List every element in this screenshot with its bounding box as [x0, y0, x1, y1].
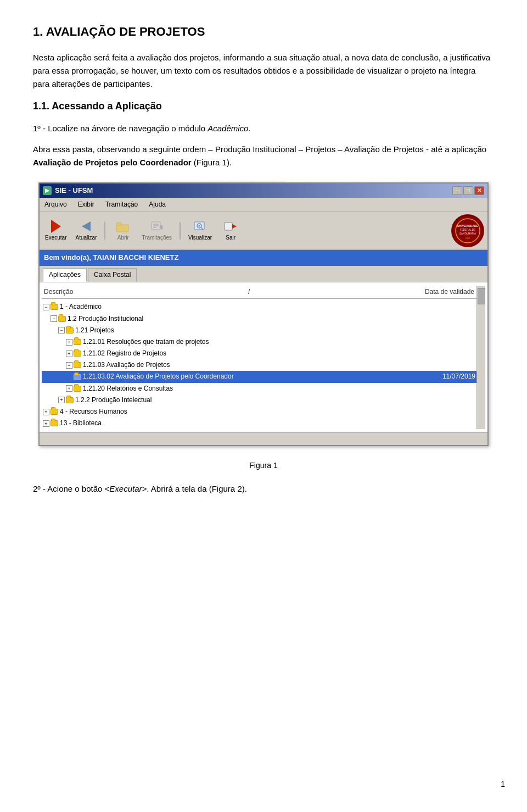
visualizar-label: Visualizar: [188, 233, 212, 242]
tree-item-rh[interactable]: + 4 - Recursos Humanos: [42, 406, 476, 418]
title-bar-left: ▶ SIE - UFSM: [43, 185, 93, 197]
tree-item-biblioteca[interactable]: + 13 - Biblioteca: [42, 418, 476, 429]
sair-icon: [222, 220, 239, 233]
page-number: 1: [501, 778, 505, 790]
abrir-button[interactable]: Abrir: [111, 219, 135, 243]
expand-producao[interactable]: −: [51, 315, 57, 322]
university-logo: UNIVERSIDADE FEDERAL DE SANTA MARIA 1960: [451, 214, 484, 247]
tabs-bar: Aplicações Caixa Postal: [40, 266, 487, 282]
folder-resolucoes: [74, 339, 81, 345]
toolbar: Executar Atualizar Abrir: [40, 212, 487, 250]
folder-projetos: [66, 327, 74, 333]
tree-item-registro[interactable]: + 1.21.02 Registro de Projetos: [42, 348, 476, 359]
tree-item-producao-institucional[interactable]: − 1.2 Produção Institucional: [42, 313, 476, 325]
menu-exibir[interactable]: Exibir: [76, 199, 96, 210]
expand-biblioteca[interactable]: +: [43, 420, 49, 427]
step1-paragraph: 1º - Localize na árvore de navegação o m…: [33, 122, 494, 135]
label-coordenador: 1.21.03.02 Avaliação de Projetos pelo Co…: [83, 371, 431, 382]
tree-area: Descrição / Data de validade − 1 - Acadê…: [40, 282, 487, 432]
tree-item-relatorios[interactable]: + 1.21.20 Relatórios e Consultas: [42, 383, 476, 394]
title-bar-controls[interactable]: — □ ✕: [452, 186, 484, 195]
tab-aplicacoes[interactable]: Aplicações: [43, 268, 87, 282]
maximize-button[interactable]: □: [463, 186, 473, 195]
step3-italic: <Executar>: [105, 484, 147, 493]
minimize-button[interactable]: —: [452, 186, 462, 195]
folder-rh: [51, 409, 58, 415]
svg-point-9: [198, 225, 200, 226]
date-coordenador: 11/07/2019: [431, 371, 475, 382]
folder-academico: [51, 304, 58, 310]
expand-resolucoes[interactable]: +: [66, 339, 72, 346]
step3-paragraph: 2º - Acione o botão <Executar>. Abrirá a…: [33, 482, 494, 496]
tab-caixa-postal[interactable]: Caixa Postal: [88, 268, 137, 282]
svg-text:FEDERAL DE: FEDERAL DE: [460, 229, 475, 231]
visualizar-button[interactable]: Visualizar: [186, 219, 214, 243]
scrollbar[interactable]: [476, 286, 485, 429]
welcome-bar: Bem vindo(a), TAIANI BACCHI KIENETZ: [40, 250, 487, 266]
menu-arquivo[interactable]: Arquivo: [43, 199, 69, 210]
executar-label: Executar: [45, 233, 66, 242]
menu-ajuda[interactable]: Ajuda: [147, 199, 167, 210]
tree-item-projetos[interactable]: − 1.21 Projetos: [42, 325, 476, 336]
expand-projetos[interactable]: −: [58, 327, 65, 333]
status-bar: [40, 432, 487, 445]
expand-registro[interactable]: +: [66, 351, 72, 357]
expand-rh[interactable]: +: [43, 409, 49, 415]
tree-item-academico[interactable]: − 1 - Acadêmico: [42, 301, 476, 313]
atualizar-button[interactable]: Atualizar: [73, 219, 99, 243]
expand-relatorios[interactable]: +: [66, 385, 72, 392]
executar-icon: [48, 220, 64, 233]
visualizar-icon: [192, 220, 209, 233]
figure-caption: Figura 1: [33, 459, 494, 471]
step2-pre: Abra essa pasta, observando a seguinte o…: [33, 144, 486, 154]
tramitacoes-label: Tramitações: [142, 233, 172, 242]
app-icon: ▶: [43, 186, 52, 195]
sair-button[interactable]: Sair: [218, 219, 243, 243]
expand-intelectual[interactable]: +: [58, 397, 65, 403]
tramitacoes-button[interactable]: Tramitações: [139, 219, 174, 243]
welcome-text: Bem vindo(a), TAIANI BACCHI KIENETZ: [44, 253, 178, 262]
expand-avaliacao[interactable]: −: [66, 362, 72, 369]
step1-end: .: [248, 124, 250, 133]
page-title: 1. AVALIAÇÃO DE PROJETOS: [33, 22, 494, 41]
label-projetos: 1.21 Projetos: [75, 325, 475, 336]
menu-tramitacao[interactable]: Tramitação: [104, 199, 140, 210]
close-button[interactable]: ✕: [474, 186, 484, 195]
toolbar-separator-1: [104, 222, 105, 240]
tree-col-slash: /: [248, 287, 250, 297]
label-intelectual: 1.2.2 Produção Intelectual: [75, 395, 475, 405]
abrir-label: Abrir: [117, 233, 129, 242]
tree-item-resolucoes[interactable]: + 1.21.01 Resoluções que tratam de proje…: [42, 336, 476, 348]
label-relatorios: 1.21.20 Relatórios e Consultas: [83, 383, 475, 394]
label-academico: 1 - Acadêmico: [60, 302, 475, 312]
executar-button[interactable]: Executar: [43, 219, 69, 243]
atualizar-label: Atualizar: [75, 233, 97, 242]
svg-text:1960: 1960: [466, 237, 471, 240]
title-bar: ▶ SIE - UFSM — □ ✕: [40, 183, 487, 198]
label-rh: 4 - Recursos Humanos: [60, 407, 475, 417]
tree-item-avaliacao[interactable]: − 1.21.03 Avaliação de Projetos: [42, 359, 476, 371]
label-registro: 1.21.02 Registro de Projetos: [83, 348, 475, 359]
folder-avaliacao: [74, 362, 81, 368]
tree-header: Descrição / Data de validade: [42, 286, 476, 299]
tree-col-descricao: Descrição: [44, 287, 73, 297]
abrir-icon: [115, 220, 131, 233]
tree-col-data: Data de validade: [425, 287, 474, 297]
scrollbar-thumb[interactable]: [478, 288, 485, 304]
tree-item-coordenador[interactable]: 1.21.03.02 Avaliação de Projetos pelo Co…: [42, 371, 476, 382]
menu-bar: Arquivo Exibir Tramitação Ajuda: [40, 198, 487, 212]
window-title: SIE - UFSM: [55, 185, 93, 197]
step1-text: 1º - Localize na árvore de navegação o m…: [33, 124, 208, 133]
folder-intelectual: [66, 397, 74, 403]
subsection-title: 1.1. Acessando a Aplicação: [33, 98, 494, 114]
svg-rect-1: [116, 223, 121, 225]
svg-rect-11: [225, 223, 232, 230]
label-producao: 1.2 Produção Institucional: [68, 314, 475, 324]
intro-paragraph: Nesta aplicação será feita a avaliação d…: [33, 51, 494, 91]
expand-academico[interactable]: −: [43, 304, 49, 310]
label-avaliacao: 1.21.03 Avaliação de Projetos: [83, 360, 475, 370]
folder-relatorios: [74, 386, 81, 392]
label-resolucoes: 1.21.01 Resoluções que tratam de projeto…: [83, 337, 475, 347]
tree-item-intelectual[interactable]: + 1.2.2 Produção Intelectual: [42, 394, 476, 406]
tramitacoes-icon: [149, 220, 165, 233]
